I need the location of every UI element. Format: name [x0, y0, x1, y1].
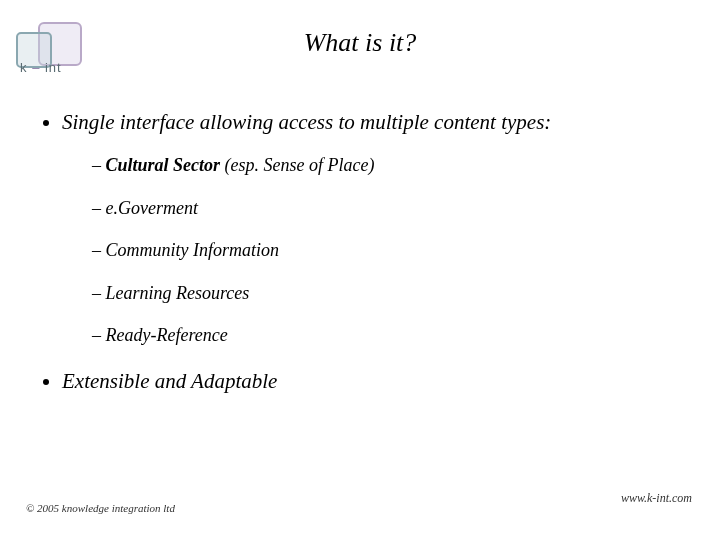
sub-bullet-3: Community Information: [92, 239, 690, 262]
logo-dash: –: [32, 60, 40, 75]
slide-title: What is it?: [0, 28, 720, 58]
sub-bullet-4-text: Learning Resources: [106, 283, 250, 303]
logo-int: int: [45, 60, 62, 75]
bullet-main-1: Single interface allowing access to mult…: [62, 108, 690, 347]
sub-bullet-1: Cultural Sector (esp. Sense of Place): [92, 154, 690, 177]
logo-text: k – int: [20, 60, 62, 75]
bullet-main-1-text: Single interface allowing access to mult…: [62, 110, 551, 134]
slide-body: Single interface allowing access to mult…: [40, 108, 690, 409]
footer-copyright: © 2005 knowledge integration ltd: [26, 502, 175, 514]
sub-bullet-4: Learning Resources: [92, 282, 690, 305]
bullet-list: Single interface allowing access to mult…: [40, 108, 690, 395]
sub-bullet-5-text: Ready-Reference: [106, 325, 228, 345]
sub-bullet-5: Ready-Reference: [92, 324, 690, 347]
sub-bullet-2-text: e.Goverment: [106, 198, 198, 218]
bullet-main-2-text: Extensible and Adaptable: [62, 369, 277, 393]
bullet-main-2: Extensible and Adaptable: [62, 367, 690, 395]
sub-bullet-list: Cultural Sector (esp. Sense of Place) e.…: [92, 154, 690, 347]
sub-bullet-3-text: Community Information: [106, 240, 280, 260]
logo-k: k: [20, 60, 28, 75]
sub-bullet-1-rest: (esp. Sense of Place): [220, 155, 374, 175]
sub-bullet-1-bold: Cultural Sector: [106, 155, 221, 175]
footer-url: www.k-int.com: [621, 491, 692, 506]
slide: k – int What is it? Single interface all…: [0, 0, 720, 540]
sub-bullet-2: e.Goverment: [92, 197, 690, 220]
